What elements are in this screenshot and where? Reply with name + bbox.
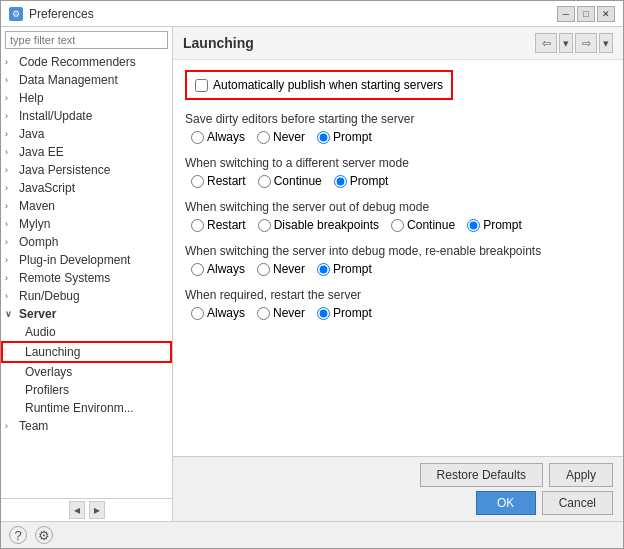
sidebar-item-label: Java EE <box>19 145 64 159</box>
radio-always[interactable] <box>191 307 204 320</box>
sidebar-item-label: Maven <box>19 199 55 213</box>
radio-continue[interactable] <box>258 175 271 188</box>
auto-publish-checkbox[interactable] <box>195 79 208 92</box>
sidebar-item-label: Team <box>19 419 48 433</box>
radio-restart[interactable] <box>191 219 204 232</box>
radio-prompt[interactable] <box>334 175 347 188</box>
settings-icon[interactable]: ⚙ <box>35 526 53 544</box>
radio-option-prompt[interactable]: Prompt <box>334 174 389 188</box>
forward-button[interactable]: ⇨ <box>575 33 597 53</box>
sidebar-item-java[interactable]: › Java <box>1 125 172 143</box>
back-dropdown[interactable]: ▾ <box>559 33 573 53</box>
radio-disable[interactable] <box>258 219 271 232</box>
radio-prompt[interactable] <box>317 307 330 320</box>
radio-prompt[interactable] <box>467 219 480 232</box>
sidebar-item-audio[interactable]: Audio <box>1 323 172 341</box>
arrow-icon: › <box>5 93 17 103</box>
sidebar-item-maven[interactable]: › Maven <box>1 197 172 215</box>
tree: › Code Recommenders › Data Management › … <box>1 53 172 498</box>
bottom-final-buttons: OK Cancel <box>183 491 613 515</box>
sidebar-item-label: Audio <box>25 325 56 339</box>
radio-never[interactable] <box>257 131 270 144</box>
sidebar-item-code-recommenders[interactable]: › Code Recommenders <box>1 53 172 71</box>
sidebar: › Code Recommenders › Data Management › … <box>1 27 173 521</box>
sidebar-item-plug-in-development[interactable]: › Plug-in Development <box>1 251 172 269</box>
maximize-button[interactable]: □ <box>577 6 595 22</box>
bottom-bar: Restore Defaults Apply OK Cancel <box>173 456 623 521</box>
radio-always[interactable] <box>191 131 204 144</box>
sidebar-item-java-persistence[interactable]: › Java Persistence <box>1 161 172 179</box>
arrow-icon: › <box>5 273 17 283</box>
apply-button[interactable]: Apply <box>549 463 613 487</box>
radio-prompt[interactable] <box>317 131 330 144</box>
sidebar-item-install-update[interactable]: › Install/Update <box>1 107 172 125</box>
radio-option-always[interactable]: Always <box>191 306 245 320</box>
sidebar-item-label: Java <box>19 127 44 141</box>
radio-continue[interactable] <box>391 219 404 232</box>
main-panel: Launching ⇦ ▾ ⇨ ▾ Automatically publish … <box>173 27 623 521</box>
radio-option-prompt[interactable]: Prompt <box>317 262 372 276</box>
radio-never[interactable] <box>257 307 270 320</box>
sidebar-item-launching[interactable]: Launching <box>1 341 172 363</box>
radio-restart[interactable] <box>191 175 204 188</box>
radio-group-switch-into: Always Never Prompt <box>185 262 611 276</box>
radio-label: Continue <box>407 218 455 232</box>
radio-option-continue[interactable]: Continue <box>391 218 455 232</box>
section-switch-debug-into: When switching the server into debug mod… <box>185 244 611 276</box>
filter-input[interactable] <box>5 31 168 49</box>
minimize-button[interactable]: ─ <box>557 6 575 22</box>
radio-option-prompt[interactable]: Prompt <box>467 218 522 232</box>
radio-never[interactable] <box>257 263 270 276</box>
auto-publish-section: Automatically publish when starting serv… <box>185 70 453 100</box>
radio-option-disable[interactable]: Disable breakpoints <box>258 218 379 232</box>
sidebar-item-run-debug[interactable]: › Run/Debug <box>1 287 172 305</box>
window-icon: ⚙ <box>9 7 23 21</box>
radio-always[interactable] <box>191 263 204 276</box>
radio-option-never[interactable]: Never <box>257 130 305 144</box>
arrow-icon: › <box>5 291 17 301</box>
sidebar-item-javascript[interactable]: › JavaScript <box>1 179 172 197</box>
sidebar-item-mylyn[interactable]: › Mylyn <box>1 215 172 233</box>
radio-option-restart[interactable]: Restart <box>191 218 246 232</box>
radio-option-never[interactable]: Never <box>257 262 305 276</box>
back-button[interactable]: ⇦ <box>535 33 557 53</box>
sidebar-scroll-left[interactable]: ◂ <box>69 501 85 519</box>
sidebar-item-overlays[interactable]: Overlays <box>1 363 172 381</box>
sidebar-item-server[interactable]: ∨ Server <box>1 305 172 323</box>
radio-option-prompt[interactable]: Prompt <box>317 130 372 144</box>
radio-option-always[interactable]: Always <box>191 262 245 276</box>
sidebar-item-oomph[interactable]: › Oomph <box>1 233 172 251</box>
sidebar-item-label: Help <box>19 91 44 105</box>
sidebar-item-profilers[interactable]: Profilers <box>1 381 172 399</box>
sidebar-item-data-management[interactable]: › Data Management <box>1 71 172 89</box>
sidebar-scroll-right[interactable]: ▸ <box>89 501 105 519</box>
radio-label: Prompt <box>333 306 372 320</box>
arrow-icon: › <box>5 219 17 229</box>
sidebar-item-runtime-environm[interactable]: Runtime Environm... <box>1 399 172 417</box>
radio-option-prompt[interactable]: Prompt <box>317 306 372 320</box>
radio-prompt[interactable] <box>317 263 330 276</box>
sidebar-item-java-ee[interactable]: › Java EE <box>1 143 172 161</box>
sidebar-item-team[interactable]: › Team <box>1 417 172 435</box>
radio-option-always[interactable]: Always <box>191 130 245 144</box>
content-area: › Code Recommenders › Data Management › … <box>1 27 623 521</box>
preferences-window: ⚙ Preferences ─ □ ✕ › Code Recommenders … <box>0 0 624 549</box>
sidebar-item-help[interactable]: › Help <box>1 89 172 107</box>
ok-button[interactable]: OK <box>476 491 536 515</box>
auto-publish-label[interactable]: Automatically publish when starting serv… <box>213 78 443 92</box>
section-label: When switching the server out of debug m… <box>185 200 611 214</box>
section-switch-debug: When switching the server out of debug m… <box>185 200 611 232</box>
close-button[interactable]: ✕ <box>597 6 615 22</box>
radio-option-restart[interactable]: Restart <box>191 174 246 188</box>
radio-option-continue[interactable]: Continue <box>258 174 322 188</box>
sidebar-item-remote-systems[interactable]: › Remote Systems <box>1 269 172 287</box>
sidebar-item-label: Profilers <box>25 383 69 397</box>
title-bar-left: ⚙ Preferences <box>9 7 94 21</box>
sidebar-item-label: Oomph <box>19 235 58 249</box>
forward-dropdown[interactable]: ▾ <box>599 33 613 53</box>
radio-group-switch-debug: Restart Disable breakpoints Continue <box>185 218 611 232</box>
help-icon[interactable]: ? <box>9 526 27 544</box>
restore-defaults-button[interactable]: Restore Defaults <box>420 463 543 487</box>
cancel-button[interactable]: Cancel <box>542 491 613 515</box>
radio-option-never[interactable]: Never <box>257 306 305 320</box>
